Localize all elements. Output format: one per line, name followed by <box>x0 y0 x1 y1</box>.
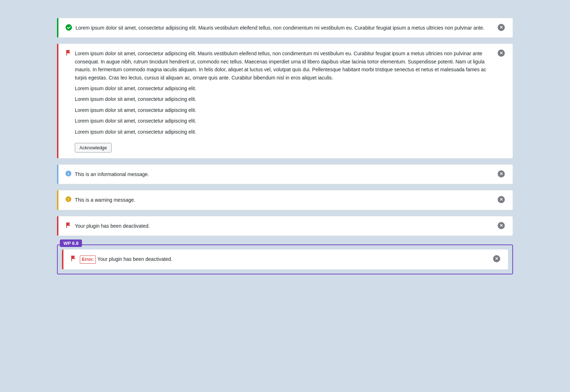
wp-version-badge: WP 6.8 <box>60 239 82 247</box>
info-notice-content: This is an informational message. <box>75 170 493 178</box>
success-notice-content: Lorem ipsum dolor sit amet, consectetur … <box>76 24 493 32</box>
page-wrapper: Lorem ipsum dolor sit amet, consectetur … <box>57 18 513 274</box>
wp68-error-notice-text: Your plugin has been deactivated. <box>97 256 172 262</box>
dismiss-circle-icon: ✕ <box>498 24 505 31</box>
error-label: Error: <box>80 256 96 264</box>
wp-version-box: Error:Your plugin has been deactivated. … <box>57 244 513 274</box>
dismiss-circle-icon: ✕ <box>498 196 505 203</box>
notice-success: Lorem ipsum dolor sit amet, consectetur … <box>57 18 513 38</box>
error-plugin-notice-text: Your plugin has been deactivated. <box>75 223 150 229</box>
error-flag-icon <box>66 50 71 57</box>
acknowledge-button[interactable]: Acknowledge <box>75 143 112 153</box>
error-long-list-item-0: Lorem ipsum dolor sit amet, consectetur … <box>75 84 493 92</box>
svg-text:!: ! <box>68 197 69 202</box>
wp68-error-flag-icon <box>71 256 76 262</box>
info-icon: i <box>66 171 71 177</box>
warning-dismiss-button[interactable]: ✕ <box>497 195 506 204</box>
wp68-error-dismiss-button[interactable]: ✕ <box>492 254 501 263</box>
warning-notice-content: This is a warning message. <box>75 196 493 204</box>
dismiss-circle-icon: ✕ <box>498 222 505 229</box>
wp-version-section: WP 6.8 Error:Your plugin has been deacti… <box>57 244 513 274</box>
error-plugin-flag-icon <box>66 222 71 229</box>
notice-error-long: Lorem ipsum dolor sit amet, consectetur … <box>57 43 513 159</box>
error-long-list-item-3: Lorem ipsum dolor sit amet, consectetur … <box>75 117 493 125</box>
error-long-list-item-4: Lorem ipsum dolor sit amet, consectetur … <box>75 128 493 136</box>
notice-info: i This is an informational message. ✕ <box>57 164 513 184</box>
svg-text:i: i <box>68 172 69 176</box>
notice-warning: ! This is a warning message. ✕ <box>57 190 513 210</box>
info-notice-text: This is an informational message. <box>75 171 149 177</box>
error-plugin-dismiss-button[interactable]: ✕ <box>497 221 506 230</box>
dismiss-circle-icon: ✕ <box>498 170 505 177</box>
dismiss-circle-icon: ✕ <box>493 255 500 262</box>
success-notice-text: Lorem ipsum dolor sit amet, consectetur … <box>76 25 484 31</box>
notice-wp68-error: Error:Your plugin has been deactivated. … <box>62 249 508 269</box>
dismiss-circle-icon: ✕ <box>498 50 505 57</box>
svg-point-0 <box>66 25 72 31</box>
error-long-list-item-2: Lorem ipsum dolor sit amet, consectetur … <box>75 106 493 114</box>
success-dismiss-button[interactable]: ✕ <box>497 23 506 32</box>
success-icon <box>66 24 72 32</box>
error-long-dismiss-button[interactable]: ✕ <box>497 49 506 57</box>
notice-error-plugin: Your plugin has been deactivated. ✕ <box>57 216 513 236</box>
error-long-notice-content: Lorem ipsum dolor sit amet, consectetur … <box>75 50 493 153</box>
info-dismiss-button[interactable]: ✕ <box>497 170 506 178</box>
wp68-error-notice-content: Error:Your plugin has been deactivated. <box>80 255 489 264</box>
warning-notice-text: This is a warning message. <box>75 197 135 203</box>
error-plugin-notice-content: Your plugin has been deactivated. <box>75 222 493 230</box>
error-long-paragraph: Lorem ipsum dolor sit amet, consectetur … <box>75 50 493 82</box>
error-long-list-item-1: Lorem ipsum dolor sit amet, consectetur … <box>75 95 493 103</box>
warning-icon: ! <box>66 196 71 203</box>
